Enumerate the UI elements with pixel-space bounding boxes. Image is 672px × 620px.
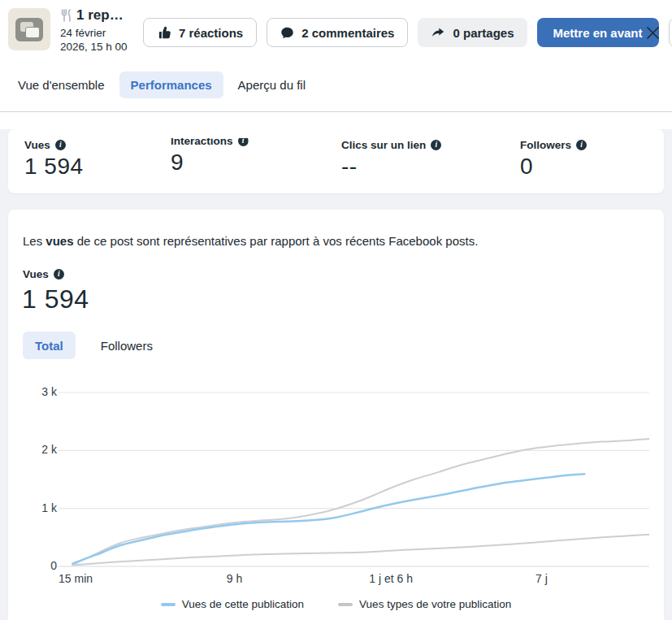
header-divider [0,111,672,112]
stat-link-clicks: Clics sur un lieni -- [341,139,441,180]
views-metric-value: 1 594 [22,284,89,314]
photo-stack-icon [15,18,43,41]
series-line: Vues de cette publication [73,474,585,563]
stat-label: Vues [24,139,50,151]
blue-line-swatch [161,603,176,606]
stat-followers: Followersi 0 [520,139,587,180]
dialog-header: 1 rep… 24 février 2026, 15 h 00 7 réacti… [0,0,672,129]
info-icon[interactable]: i [576,140,587,150]
x-axis-tick-label: 7 j [535,572,548,585]
audience-toggle: Total Followers [23,332,165,359]
share-arrow-icon [431,25,445,40]
header-actions: 7 réactions 2 commentaires 0 partages Me… [143,18,672,47]
post-title-block: 1 rep… 24 février 2026, 15 h 00 [60,7,137,54]
stat-value: 1 594 [24,154,84,180]
x-axis-tick-label: 15 min [59,572,93,585]
series-line: Vues types de votre publication (limite basse) [73,535,650,566]
insights-tabs: Vue d'ensemble Performances Aperçu du fi… [7,72,317,98]
gray-line-swatch [338,603,353,606]
post-title: 1 rep… [76,7,124,24]
tab-performance[interactable]: Performances [119,72,223,98]
post-insights-dialog: Vuesi 1 594 Interactionsi 9 Clics sur un… [0,0,672,620]
stat-interactions: Interactionsi 9 [171,135,249,176]
close-icon[interactable] [644,24,661,41]
stat-views: Vuesi 1 594 [24,139,84,180]
stat-label: Followers [520,139,571,151]
comment-icon [280,26,294,40]
boost-post-button[interactable]: Mettre en avant [537,18,659,47]
info-icon[interactable]: i [54,269,64,280]
legend-item-typical: Vues types de votre publication [338,598,511,610]
info-icon[interactable]: i [238,136,249,146]
info-icon[interactable]: i [55,140,66,150]
views-line-chart: 3 k2 k1 k015 min9 h1 j et 6 h7 j [23,382,649,587]
post-thumbnail[interactable] [8,8,50,50]
x-axis-tick-label: 1 j et 6 h [369,572,413,585]
stat-value: 9 [171,150,249,176]
x-axis-tick-label: 9 h [227,572,242,585]
stat-label: Interactions [171,135,233,147]
tab-feed-preview[interactable]: Aperçu du fil [227,72,317,98]
chart-legend: Vues de cette publication Vues types de … [8,598,664,610]
toggle-total[interactable]: Total [23,332,76,359]
legend-item-this-post: Vues de cette publication [161,598,304,610]
stat-value: 0 [520,154,587,180]
thumbs-up-icon [157,25,171,40]
stat-value: -- [341,154,441,180]
stat-label: Clics sur un lien [341,139,426,151]
tab-overview[interactable]: Vue d'ensemble [7,72,116,98]
stats-summary-card: Vuesi 1 594 Interactionsi 9 Clics sur un… [8,129,664,193]
performance-card: Les vues de ce post sont représentatives… [8,210,664,620]
more-options-button[interactable] [669,18,672,47]
toggle-followers[interactable]: Followers [89,332,165,359]
reactions-button[interactable]: 7 réactions [143,18,257,47]
comments-button[interactable]: 2 commentaires [267,18,408,47]
fork-knife-icon [60,9,72,22]
views-summary-text: Les vues de ce post sont représentatives… [23,234,478,248]
shares-button[interactable]: 0 partages [418,18,527,47]
chart-canvas [23,382,649,587]
info-icon[interactable]: i [431,140,441,150]
series-line: Vues types de votre publication (limite haute) [73,439,650,565]
views-metric-label: Vuesi [23,268,64,280]
post-date: 24 février 2026, 15 h 00 [60,26,137,54]
